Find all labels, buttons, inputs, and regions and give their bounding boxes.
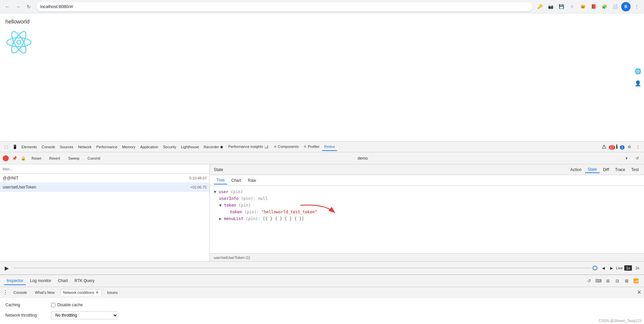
tab-memory[interactable]: Memory	[120, 143, 138, 151]
reset-button[interactable]: Reset	[29, 155, 44, 162]
svg-point-1	[7, 38, 31, 47]
tab-tree[interactable]: Tree	[214, 176, 227, 184]
console-tab-issues[interactable]: Issues	[104, 289, 120, 295]
forward-button[interactable]: →	[13, 2, 23, 11]
state-tabs: Tree Chart Raw	[210, 175, 644, 186]
console-tab-console[interactable]: Console	[11, 289, 30, 295]
action-sub-tabs: Action State Diff Trace Test	[568, 166, 641, 173]
tab-security[interactable]: Security	[161, 143, 178, 151]
timeline-nav-prev[interactable]: ◀	[600, 265, 607, 271]
inspector-tab-inspector[interactable]: Inspector	[4, 277, 26, 285]
inspector-tab-chart[interactable]: Chart	[55, 277, 70, 285]
tab-profiler[interactable]: ⚛ Profiler	[301, 143, 321, 151]
console-tab-networkconditions[interactable]: Network conditions ✕	[60, 289, 102, 296]
devtools-device-btn[interactable]: 📱	[11, 143, 19, 151]
sat-test[interactable]: Test	[629, 166, 641, 173]
disable-cache-label[interactable]: Disable cache	[51, 303, 83, 307]
close-network-conditions[interactable]: ✕	[96, 290, 99, 295]
devtools-panel: ⬚ 📱 Elements Console Sources Network Per…	[0, 141, 644, 324]
wifi-btn[interactable]: 📶	[632, 277, 640, 285]
sat-diff[interactable]: Diff	[600, 166, 612, 173]
inspector-tab-rtkquery[interactable]: RTK Query	[72, 277, 97, 285]
tab-raw[interactable]: Raw	[245, 177, 259, 184]
toolbar-icons: 🔑 📷 💾 ☆ 🐱 📕 🧩 ⬜ B ⋮	[535, 2, 641, 11]
revert-button[interactable]: Revert	[47, 155, 63, 162]
save-icon[interactable]: 💾	[557, 2, 566, 11]
lock-button[interactable]: 🔒	[20, 155, 26, 161]
pin-button[interactable]: 📌	[11, 155, 17, 161]
tab-console[interactable]: Console	[40, 143, 57, 151]
timeline-track[interactable]	[13, 267, 597, 269]
timeline-controls: ◀ ▶ Live 1x 2x	[600, 265, 641, 271]
timeline-nav-next[interactable]: ▶	[608, 265, 615, 271]
layout-btn2[interactable]: ⊟	[613, 277, 621, 285]
react-logo	[5, 29, 32, 56]
sat-state[interactable]: State	[585, 166, 600, 173]
action-item-setusertoken[interactable]: user/setUserToken +02:06.75	[0, 183, 209, 192]
back-button[interactable]: ←	[3, 2, 12, 11]
devtools-inspect-btn[interactable]: ⬚	[2, 143, 10, 151]
accessibility-icon[interactable]: 👤	[633, 78, 643, 88]
translate-icon[interactable]: 🌐	[633, 66, 643, 76]
sat-action[interactable]: Action	[568, 166, 584, 173]
inspector-tab-logmonitor[interactable]: Log monitor	[27, 277, 54, 285]
speed-2x-button[interactable]: 2x	[633, 265, 641, 271]
timeline-scrubber[interactable]	[593, 266, 597, 270]
store-refresh[interactable]: ↺	[633, 154, 641, 162]
ext2-icon[interactable]: 📕	[589, 2, 598, 11]
record-button[interactable]	[3, 155, 9, 161]
redux-action-toolbar: 📌 🔒 Reset Revert Sweep Commit demo ▾ ↺	[0, 152, 644, 164]
disable-cache-checkbox[interactable]	[51, 303, 55, 307]
sat-trace[interactable]: Trace	[612, 166, 628, 173]
profile-button[interactable]: B	[621, 2, 631, 11]
bookmark-icon[interactable]: ☆	[567, 2, 577, 11]
menu-button[interactable]: ⋮	[632, 2, 641, 11]
state-content: ▼ user (pin) userInfo (pin): null ▼ toke…	[210, 186, 644, 253]
console-menu-dots[interactable]: ⋮	[3, 289, 8, 295]
throttling-select[interactable]: No throttling Fast 3G Slow 3G Offline	[51, 311, 118, 319]
speed-1x-button[interactable]: 1x	[624, 265, 632, 271]
screenshot-icon[interactable]: 📷	[546, 2, 555, 11]
tab-lighthouse[interactable]: Lighthouse	[179, 143, 201, 151]
window-icon[interactable]: ⬜	[610, 2, 620, 11]
action-item-init[interactable]: @@INIT 5:10:48.07	[0, 174, 209, 183]
tab-recorder[interactable]: Recorder ⏺	[202, 143, 226, 151]
puzzle-icon[interactable]: 🧩	[600, 2, 609, 11]
tab-components[interactable]: ⚛ Components	[271, 143, 301, 151]
ext1-icon[interactable]: 🐱	[578, 2, 588, 11]
nav-buttons: ← → ↻	[3, 2, 34, 11]
terminal-btn[interactable]: ⌨	[594, 277, 602, 285]
commit-button[interactable]: Commit	[85, 155, 103, 162]
close-console-btn[interactable]: ✕	[637, 289, 641, 295]
inspector-bar: Inspector Log monitor Chart RTK Query ↺ …	[0, 275, 644, 287]
store-dropdown[interactable]: ▾	[623, 154, 631, 162]
play-button[interactable]: ▶	[3, 264, 11, 272]
tab-performance[interactable]: Performance	[94, 143, 119, 151]
reload-button[interactable]: ↻	[24, 2, 34, 11]
tab-elements[interactable]: Elements	[19, 143, 39, 151]
filter-input[interactable]	[0, 164, 209, 174]
settings-icon[interactable]: ⚙	[625, 143, 633, 151]
action-time-setusertoken: +02:06.75	[190, 185, 207, 189]
refresh-btn[interactable]: ↺	[585, 277, 593, 285]
throttling-row: Network throttling No throttling Fast 3G…	[5, 309, 639, 321]
key-icon[interactable]: 🔑	[535, 2, 545, 11]
state-header-row: State Action State Diff Trace Test	[210, 164, 644, 175]
console-tab-whatsnew[interactable]: What's New	[32, 289, 57, 295]
site-title: helloworld	[5, 19, 639, 25]
bottom-action-label: user/setUserToken (1)	[210, 253, 644, 261]
tab-redux[interactable]: Redux	[322, 143, 337, 151]
sweep-button[interactable]: Sweep	[65, 155, 82, 162]
address-bar[interactable]	[36, 2, 533, 11]
tab-chart[interactable]: Chart	[229, 177, 244, 184]
browser-toolbar: ← → ↻ 🔑 📷 💾 ☆ 🐱 📕 🧩 ⬜ B ⋮	[0, 0, 644, 13]
tree-user-node: ▼ user (pin)	[214, 188, 640, 195]
tab-performance-insights[interactable]: Performance insights 📊	[226, 143, 270, 151]
action-list-panel: @@INIT 5:10:48.07 user/setUserToken +02:…	[0, 164, 210, 261]
layout-btn1[interactable]: ⊞	[604, 277, 612, 285]
tab-application[interactable]: Application	[138, 143, 160, 151]
layout-btn3[interactable]: ⊠	[623, 277, 631, 285]
tab-sources[interactable]: Sources	[58, 143, 75, 151]
more-icon[interactable]: ⋮	[634, 143, 642, 151]
tab-network[interactable]: Network	[76, 143, 94, 151]
